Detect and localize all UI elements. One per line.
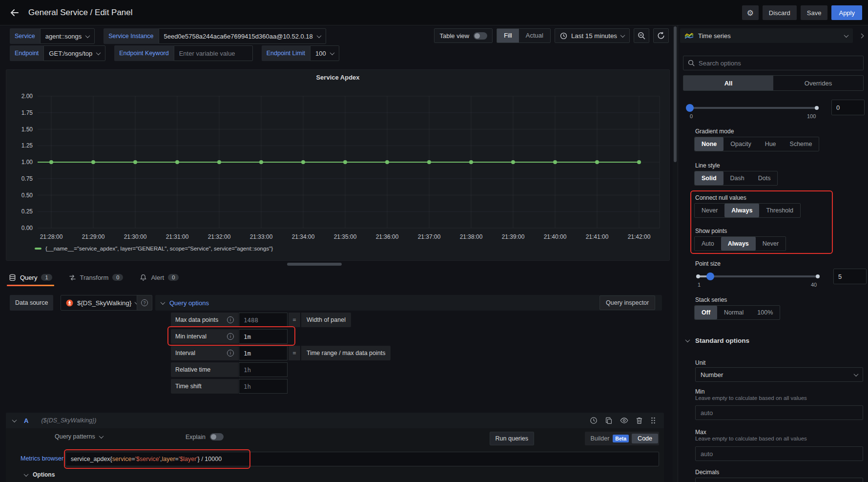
panel-settings-button[interactable]: ⚙ <box>742 5 759 20</box>
datasource-help-button[interactable]: ? <box>137 295 152 311</box>
collapse-options-button[interactable] <box>856 28 867 43</box>
trash-icon[interactable] <box>636 417 643 424</box>
metrics-browser-label: Metrics browser <box>21 455 63 462</box>
time-series-chart[interactable]: 2.001.751.501.251.000.750.500.250.0021:2… <box>10 84 666 255</box>
horizontal-scrollbar[interactable] <box>287 263 342 266</box>
svg-text:21:33:00: 21:33:00 <box>250 233 273 240</box>
connect-nulls-option-threshold[interactable]: Threshold <box>759 204 800 217</box>
query-row-a-header[interactable]: A (${DS_SkyWalking}) <box>6 413 664 428</box>
actual-option[interactable]: Actual <box>519 29 550 42</box>
discard-button[interactable]: Discard <box>763 5 797 20</box>
show-points-option-never[interactable]: Never <box>756 237 785 251</box>
connect-null-values-label: Connect null values <box>695 194 746 201</box>
metrics-browser-button[interactable]: Metrics browser <box>21 455 70 462</box>
fill-opacity-slider-track[interactable] <box>690 107 817 109</box>
max-data-points-input[interactable]: 1488 <box>239 313 288 327</box>
eye-icon[interactable] <box>620 417 628 424</box>
endpoint-limit-dropdown[interactable]: 100 <box>310 45 339 61</box>
gradient-mode-option-opacity[interactable]: Opacity <box>723 137 758 151</box>
unit-dropdown[interactable]: Number <box>695 367 863 382</box>
max-input[interactable] <box>695 446 863 461</box>
gradient-mode-option-scheme[interactable]: Scheme <box>783 137 819 151</box>
point-size-slider-track[interactable] <box>698 275 818 277</box>
prometheus-icon <box>66 299 73 307</box>
query-options-collapsible[interactable]: Options <box>24 471 55 478</box>
svg-text:1.00: 1.00 <box>21 159 33 166</box>
info-icon: i <box>227 316 234 323</box>
explain-toggle[interactable] <box>210 433 224 440</box>
query-patterns-dropdown[interactable]: Query patterns <box>55 433 103 440</box>
connect-nulls-option-always[interactable]: Always <box>724 204 759 217</box>
tab-all[interactable]: All <box>683 76 773 90</box>
gradient-mode-option-hue[interactable]: Hue <box>758 137 783 151</box>
gradient-mode-option-none[interactable]: None <box>695 137 723 151</box>
svg-text:21:30:00: 21:30:00 <box>124 233 147 240</box>
fill-option[interactable]: Fill <box>497 29 519 42</box>
service-instance-dropdown[interactable]: 5eed0e5758a244aca6e7699415d360aa@10.52.0… <box>159 28 326 44</box>
chevron-down-icon <box>620 33 625 38</box>
stack-series-option-100-[interactable]: 100% <box>750 306 780 319</box>
relative-time-input[interactable]: 1h <box>239 362 288 377</box>
stack-series-option-normal[interactable]: Normal <box>717 306 750 319</box>
line-style-option-solid[interactable]: Solid <box>695 171 723 185</box>
scrollbar-thumb[interactable] <box>674 26 677 162</box>
transform-icon <box>69 274 76 281</box>
standard-options-section[interactable]: Standard options <box>686 337 749 344</box>
search-options-input[interactable] <box>699 60 859 67</box>
point-size-value-input[interactable] <box>833 269 867 284</box>
duplicate-icon[interactable] <box>605 417 613 424</box>
line-style-option-dash[interactable]: Dash <box>723 171 751 185</box>
service-dropdown[interactable]: agent::songs <box>40 28 95 44</box>
tab-query[interactable]: Query 1 <box>7 268 54 287</box>
chevron-down-icon <box>161 300 165 305</box>
promql-code-editor[interactable]: service_apdex{service='$service', layer=… <box>65 452 659 466</box>
service-instance-label: Service Instance <box>103 28 158 44</box>
zoom-out-button[interactable] <box>634 28 649 43</box>
point-size-slider-handle[interactable] <box>706 272 714 280</box>
history-icon[interactable] <box>590 417 598 424</box>
tab-transform[interactable]: Transform 0 <box>67 268 125 287</box>
stack-series-option-off[interactable]: Off <box>695 306 717 319</box>
tab-transform-count: 0 <box>112 274 123 281</box>
save-button[interactable]: Save <box>801 5 828 20</box>
refresh-button[interactable] <box>653 28 669 43</box>
max-data-points-label: Max data points <box>175 316 218 323</box>
decimals-label: Decimals <box>695 469 719 476</box>
time-shift-input[interactable]: 1h <box>239 379 288 394</box>
datasource-picker[interactable]: ${DS_SkyWalking} <box>61 295 144 311</box>
chart-legend[interactable]: {__name__="service_apdex", layer="GENERA… <box>35 246 273 251</box>
min-input[interactable] <box>695 405 863 420</box>
decimals-input[interactable] <box>695 478 863 482</box>
clock-icon <box>560 32 567 40</box>
arrow-left-icon <box>10 8 20 18</box>
query-options-header[interactable]: Query options <box>155 295 662 311</box>
connect-nulls-option-never[interactable]: Never <box>695 204 724 217</box>
drag-handle-icon[interactable] <box>650 417 656 424</box>
line-style-option-dots[interactable]: Dots <box>751 171 778 185</box>
interval-value: 1m <box>239 346 288 360</box>
show-points-option-always[interactable]: Always <box>721 237 756 251</box>
tab-overrides[interactable]: Overrides <box>773 76 863 90</box>
visualization-picker[interactable]: Time series <box>680 28 853 43</box>
info-icon: i <box>227 333 234 340</box>
promql-token: layer <box>162 456 175 462</box>
fill-opacity-value-input[interactable] <box>831 100 865 115</box>
time-range-picker[interactable]: Last 15 minutes <box>555 28 630 43</box>
endpoint-dropdown[interactable]: GET:/songs/top <box>43 45 105 61</box>
run-queries-button[interactable]: Run queries <box>490 432 534 445</box>
table-view-toggle[interactable] <box>474 32 487 40</box>
equals-cell: = <box>289 313 300 327</box>
apply-button[interactable]: Apply <box>831 5 862 20</box>
endpoint-keyword-input[interactable] <box>174 45 253 61</box>
vertical-scrollbar[interactable] <box>673 25 678 482</box>
show-points-option-auto[interactable]: Auto <box>695 237 721 251</box>
table-view-label: Table view <box>439 32 469 40</box>
query-inspector-button[interactable]: Query inspector <box>599 295 655 310</box>
tab-alert[interactable]: Alert 0 <box>138 268 181 287</box>
min-interval-input[interactable]: 1m <box>239 329 288 344</box>
back-button[interactable] <box>10 8 20 18</box>
code-mode-option[interactable]: Code <box>632 434 658 443</box>
builder-mode-option[interactable]: Builder <box>586 435 613 442</box>
fill-opacity-slider-handle[interactable] <box>686 104 694 112</box>
relative-time-label: Relative time <box>175 366 210 373</box>
